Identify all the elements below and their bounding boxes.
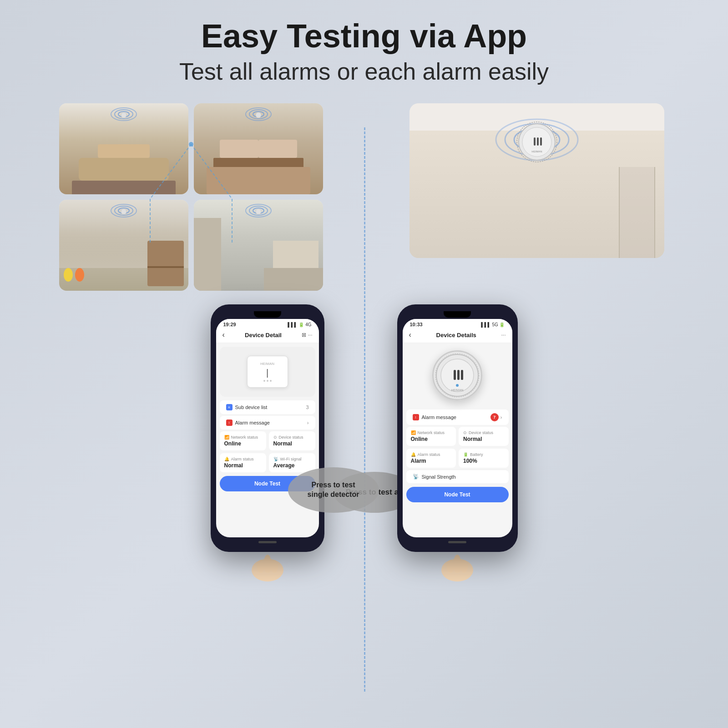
alarm-status-card-right: 🔔 Alarm status Alarm xyxy=(406,449,456,468)
svg-rect-40 xyxy=(457,370,460,380)
svg-point-7 xyxy=(256,112,261,118)
sub-title: Test all alarms or each alarm easily xyxy=(0,58,728,85)
right-speech-bubble: Press to testsingle detector xyxy=(288,467,379,513)
device-icon-right: ⊙ xyxy=(463,430,467,435)
svg-point-3 xyxy=(121,112,126,118)
device-hub-box: HEIMAN | xyxy=(247,356,288,388)
right-node-test-btn[interactable]: Node Test xyxy=(406,487,509,502)
left-phone-header: ‹ Device Detail ⊠ ··· xyxy=(216,328,319,343)
device-status-card-left: ⊙ Device status Normal xyxy=(269,431,315,450)
left-phone[interactable]: 19:29 ▌▌▌ 🔋 4G ‹ Device Detail ⊠ ··· HEI… xyxy=(211,304,324,552)
device-status-label-right: Device status xyxy=(469,430,493,435)
right-bubble-text: Press to testsingle detector xyxy=(308,480,359,500)
left-panel xyxy=(27,103,355,291)
alarm-icon-left: 🔔 xyxy=(224,457,229,461)
svg-point-11 xyxy=(121,209,126,214)
signal-label-right: Signal Strength xyxy=(422,474,456,480)
svg-rect-29 xyxy=(540,137,542,146)
alarm-icon-right: 🔔 xyxy=(411,452,416,457)
signal-icon-right: 📡 xyxy=(413,474,419,480)
left-screen-title: Device Detail xyxy=(245,332,282,339)
network-label-left: Network status xyxy=(231,435,258,440)
alarm-message-label-right: Alarm message xyxy=(422,415,456,420)
battery-value-right: 100% xyxy=(463,458,504,464)
network-label-right: Network status xyxy=(418,430,445,435)
battery-icon-right: 🔋 xyxy=(463,452,468,457)
right-panel: HEIMAN xyxy=(373,103,701,267)
left-time: 19:29 xyxy=(223,322,236,327)
alarm-status-label-left: Alarm status xyxy=(231,457,254,461)
wifi-signal-value-left: Average xyxy=(273,462,311,469)
alarm-badge-right: 7 xyxy=(490,413,499,421)
sub-device-count: 3 xyxy=(306,404,308,410)
right-phone-screen: 10:33 ▌▌▌ 5G 🔋 ‹ Device Details ··· xyxy=(403,319,512,537)
svg-point-20 xyxy=(189,142,193,147)
left-submenu-list[interactable]: ≡ Sub device list 3 xyxy=(220,400,315,414)
alarm-arrow-left: › xyxy=(307,420,309,425)
detector-waves-4 xyxy=(245,202,272,221)
right-status-grid: 📶 Network status Online ⊙ Device status … xyxy=(406,427,509,468)
detector-waves-1 xyxy=(110,106,137,124)
svg-point-49 xyxy=(454,555,460,566)
room-card-office xyxy=(194,200,323,291)
network-value-left: Online xyxy=(224,440,262,447)
left-phone-container: 19:29 ▌▌▌ 🔋 4G ‹ Device Detail ⊠ ··· HEI… xyxy=(211,295,324,586)
wifi-icon-left: 📶 xyxy=(224,435,229,440)
right-status-bar: 10:33 ▌▌▌ 5G 🔋 xyxy=(403,319,512,328)
svg-point-15 xyxy=(256,209,261,214)
svg-point-42 xyxy=(456,384,459,387)
device-status-card-right: ⊙ Device status Normal xyxy=(459,427,509,446)
device-status-label-left: Device status xyxy=(279,435,303,440)
right-time: 10:33 xyxy=(410,322,423,327)
sub-device-list-label: Sub device list xyxy=(235,404,268,410)
right-phone-container: 10:33 ▌▌▌ 5G 🔋 ‹ Device Details ··· xyxy=(397,295,518,586)
svg-rect-27 xyxy=(534,137,536,146)
right-phone[interactable]: 10:33 ▌▌▌ 5G 🔋 ‹ Device Details ··· xyxy=(397,304,518,552)
svg-point-48 xyxy=(460,560,468,573)
svg-rect-41 xyxy=(461,370,463,380)
svg-point-35 xyxy=(271,560,278,573)
alarm-message-label-left: Alarm message xyxy=(235,420,270,425)
alarm-status-label-right: Alarm status xyxy=(418,452,440,457)
wifi-signal-card-left: 📡 Wi-Fi signal Average xyxy=(269,453,315,472)
alarm-status-card-left: 🔔 Alarm status Normal xyxy=(220,453,266,472)
left-device-image: HEIMAN | xyxy=(220,347,315,397)
network-status-card-left: 📶 Network status Online xyxy=(220,431,266,450)
right-phone-header: ‹ Device Details ··· xyxy=(403,328,512,343)
svg-point-34 xyxy=(257,560,264,573)
right-alarm-message[interactable]: ! Alarm message 7 › xyxy=(406,410,509,425)
left-header-icons: ⊠ ··· xyxy=(302,332,312,338)
right-screen-title: Device Details xyxy=(436,332,476,339)
svg-text:HEIMAN: HEIMAN xyxy=(531,150,542,153)
alarm-status-value-left: Normal xyxy=(224,462,262,469)
svg-point-47 xyxy=(447,560,454,573)
right-signal: ▌▌▌ 5G 🔋 xyxy=(481,322,505,327)
main-title: Easy Testing via App xyxy=(0,18,728,54)
battery-label-right: Battery xyxy=(470,452,483,457)
left-status-bar: 19:29 ▌▌▌ 🔋 4G xyxy=(216,319,319,328)
large-detector-with-waves: HEIMAN xyxy=(491,117,582,192)
back-icon-right[interactable]: ‹ xyxy=(409,331,411,339)
room-card-kids xyxy=(59,200,188,291)
right-big-detector: HEIMAN xyxy=(432,350,482,400)
network-status-card-right: 📶 Network status Online xyxy=(406,427,456,446)
left-alarm-message[interactable]: ! Alarm message › xyxy=(220,416,315,430)
detector-waves-2 xyxy=(245,106,272,124)
svg-rect-39 xyxy=(454,370,456,380)
network-value-right: Online xyxy=(411,436,452,442)
back-icon-left[interactable]: ‹ xyxy=(222,331,225,339)
bottom-section: 19:29 ▌▌▌ 🔋 4G ‹ Device Detail ⊠ ··· HEI… xyxy=(0,295,728,586)
device-icon-left: ⊙ xyxy=(273,435,277,440)
signal-icon-left: 📡 xyxy=(273,457,278,461)
room-grid xyxy=(59,103,323,291)
svg-text:HEIMAN: HEIMAN xyxy=(451,389,463,392)
header: Easy Testing via App Test all alarms or … xyxy=(0,0,728,90)
wifi-icon-right: 📶 xyxy=(411,430,416,435)
detector-photo: HEIMAN xyxy=(410,103,664,258)
room-card-living xyxy=(59,103,188,194)
device-status-value-left: Normal xyxy=(273,440,311,447)
device-status-value-right: Normal xyxy=(463,436,504,442)
battery-card-right: 🔋 Battery 100% xyxy=(459,449,509,468)
right-header-icons: ··· xyxy=(501,332,506,338)
svg-point-36 xyxy=(264,555,271,566)
